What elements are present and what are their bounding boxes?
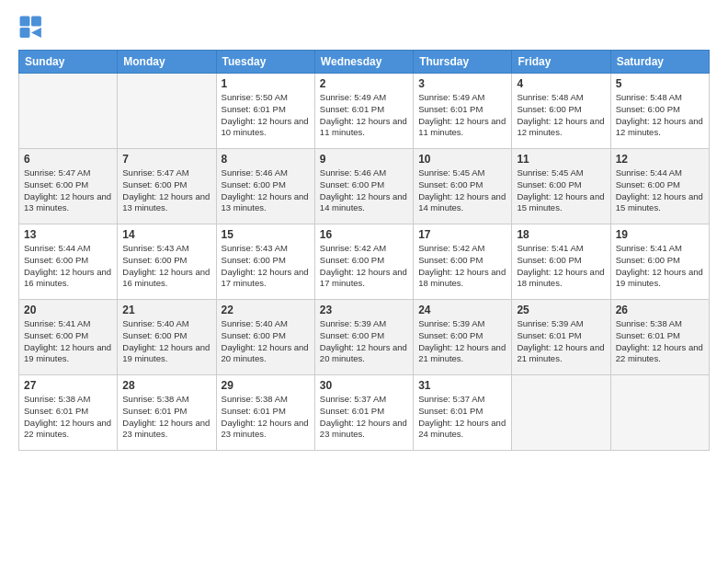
day-header-monday: Monday bbox=[118, 51, 216, 74]
calendar-cell: 25Sunrise: 5:39 AMSunset: 6:01 PMDayligh… bbox=[512, 300, 610, 375]
week-row-1: 1Sunrise: 5:50 AMSunset: 6:01 PMDaylight… bbox=[19, 74, 710, 149]
day-info: Sunrise: 5:39 AMSunset: 6:01 PMDaylight:… bbox=[517, 318, 605, 365]
calendar-cell: 1Sunrise: 5:50 AMSunset: 6:01 PMDaylight… bbox=[216, 74, 314, 149]
calendar-cell: 14Sunrise: 5:43 AMSunset: 6:00 PMDayligh… bbox=[118, 224, 216, 300]
header bbox=[18, 15, 710, 40]
day-info: Sunrise: 5:47 AMSunset: 6:00 PMDaylight:… bbox=[122, 167, 210, 214]
day-info: Sunrise: 5:50 AMSunset: 6:01 PMDaylight:… bbox=[222, 92, 310, 139]
day-info: Sunrise: 5:45 AMSunset: 6:00 PMDaylight:… bbox=[517, 167, 605, 214]
calendar-cell: 5Sunrise: 5:48 AMSunset: 6:00 PMDaylight… bbox=[610, 74, 709, 149]
day-info: Sunrise: 5:48 AMSunset: 6:00 PMDaylight:… bbox=[517, 92, 605, 139]
calendar-cell: 10Sunrise: 5:45 AMSunset: 6:00 PMDayligh… bbox=[414, 149, 512, 224]
day-info: Sunrise: 5:47 AMSunset: 6:00 PMDaylight:… bbox=[24, 167, 112, 214]
calendar-cell bbox=[610, 375, 709, 451]
day-header-tuesday: Tuesday bbox=[216, 51, 314, 74]
day-info: Sunrise: 5:37 AMSunset: 6:01 PMDaylight:… bbox=[320, 394, 408, 441]
day-number: 13 bbox=[24, 228, 112, 241]
calendar-cell: 20Sunrise: 5:41 AMSunset: 6:00 PMDayligh… bbox=[19, 300, 118, 375]
day-number: 7 bbox=[122, 153, 210, 166]
calendar-cell: 26Sunrise: 5:38 AMSunset: 6:01 PMDayligh… bbox=[610, 300, 709, 375]
day-number: 14 bbox=[122, 228, 210, 241]
calendar-cell: 22Sunrise: 5:40 AMSunset: 6:00 PMDayligh… bbox=[216, 300, 314, 375]
calendar-cell: 3Sunrise: 5:49 AMSunset: 6:01 PMDaylight… bbox=[414, 74, 512, 149]
day-header-saturday: Saturday bbox=[610, 51, 709, 74]
day-number: 20 bbox=[24, 304, 112, 316]
calendar-cell: 27Sunrise: 5:38 AMSunset: 6:01 PMDayligh… bbox=[19, 375, 118, 451]
day-header-thursday: Thursday bbox=[414, 51, 512, 74]
calendar-body: 1Sunrise: 5:50 AMSunset: 6:01 PMDaylight… bbox=[19, 74, 710, 451]
calendar-cell: 15Sunrise: 5:43 AMSunset: 6:00 PMDayligh… bbox=[216, 224, 314, 300]
calendar-header: SundayMondayTuesdayWednesdayThursdayFrid… bbox=[19, 51, 710, 74]
calendar-cell: 23Sunrise: 5:39 AMSunset: 6:00 PMDayligh… bbox=[314, 300, 413, 375]
day-info: Sunrise: 5:43 AMSunset: 6:00 PMDaylight:… bbox=[122, 243, 210, 290]
day-number: 16 bbox=[320, 228, 408, 241]
calendar-cell: 9Sunrise: 5:46 AMSunset: 6:00 PMDaylight… bbox=[314, 149, 413, 224]
day-info: Sunrise: 5:38 AMSunset: 6:01 PMDaylight:… bbox=[24, 394, 112, 441]
day-number: 30 bbox=[320, 379, 408, 392]
day-number: 8 bbox=[222, 153, 310, 166]
day-info: Sunrise: 5:38 AMSunset: 6:01 PMDaylight:… bbox=[616, 318, 704, 365]
day-number: 28 bbox=[122, 379, 210, 392]
day-info: Sunrise: 5:49 AMSunset: 6:01 PMDaylight:… bbox=[418, 92, 506, 139]
calendar-cell: 11Sunrise: 5:45 AMSunset: 6:00 PMDayligh… bbox=[512, 149, 610, 224]
calendar-cell: 19Sunrise: 5:41 AMSunset: 6:00 PMDayligh… bbox=[610, 224, 709, 300]
day-number: 2 bbox=[320, 77, 408, 90]
day-info: Sunrise: 5:44 AMSunset: 6:00 PMDaylight:… bbox=[616, 167, 704, 214]
day-info: Sunrise: 5:41 AMSunset: 6:00 PMDaylight:… bbox=[616, 243, 704, 290]
calendar-cell: 30Sunrise: 5:37 AMSunset: 6:01 PMDayligh… bbox=[314, 375, 413, 451]
day-info: Sunrise: 5:39 AMSunset: 6:00 PMDaylight:… bbox=[320, 318, 408, 365]
day-number: 22 bbox=[222, 304, 310, 316]
logo bbox=[18, 15, 48, 40]
calendar-cell: 18Sunrise: 5:41 AMSunset: 6:00 PMDayligh… bbox=[512, 224, 610, 300]
day-number: 29 bbox=[222, 379, 310, 392]
calendar-cell bbox=[19, 74, 118, 149]
calendar-cell: 17Sunrise: 5:42 AMSunset: 6:00 PMDayligh… bbox=[414, 224, 512, 300]
calendar-cell: 21Sunrise: 5:40 AMSunset: 6:00 PMDayligh… bbox=[118, 300, 216, 375]
day-number: 12 bbox=[616, 153, 704, 166]
calendar: SundayMondayTuesdayWednesdayThursdayFrid… bbox=[18, 50, 710, 451]
day-info: Sunrise: 5:46 AMSunset: 6:00 PMDaylight:… bbox=[222, 167, 310, 214]
day-number: 15 bbox=[222, 228, 310, 241]
week-row-5: 27Sunrise: 5:38 AMSunset: 6:01 PMDayligh… bbox=[19, 375, 710, 451]
day-info: Sunrise: 5:42 AMSunset: 6:00 PMDaylight:… bbox=[418, 243, 506, 290]
calendar-cell: 4Sunrise: 5:48 AMSunset: 6:00 PMDaylight… bbox=[512, 74, 610, 149]
day-info: Sunrise: 5:41 AMSunset: 6:00 PMDaylight:… bbox=[517, 243, 605, 290]
svg-rect-1 bbox=[31, 17, 41, 27]
day-info: Sunrise: 5:46 AMSunset: 6:00 PMDaylight:… bbox=[320, 167, 408, 214]
day-number: 23 bbox=[320, 304, 408, 316]
day-info: Sunrise: 5:44 AMSunset: 6:00 PMDaylight:… bbox=[24, 243, 112, 290]
day-number: 31 bbox=[418, 379, 506, 392]
calendar-cell: 16Sunrise: 5:42 AMSunset: 6:00 PMDayligh… bbox=[314, 224, 413, 300]
day-number: 9 bbox=[320, 153, 408, 166]
day-number: 4 bbox=[517, 77, 605, 90]
day-info: Sunrise: 5:40 AMSunset: 6:00 PMDaylight:… bbox=[222, 318, 310, 365]
logo-icon bbox=[18, 15, 44, 40]
day-info: Sunrise: 5:38 AMSunset: 6:01 PMDaylight:… bbox=[222, 394, 310, 441]
day-number: 6 bbox=[24, 153, 112, 166]
calendar-cell: 13Sunrise: 5:44 AMSunset: 6:00 PMDayligh… bbox=[19, 224, 118, 300]
days-header-row: SundayMondayTuesdayWednesdayThursdayFrid… bbox=[19, 51, 710, 74]
day-header-wednesday: Wednesday bbox=[314, 51, 413, 74]
day-number: 3 bbox=[418, 77, 506, 90]
calendar-cell bbox=[512, 375, 610, 451]
day-info: Sunrise: 5:48 AMSunset: 6:00 PMDaylight:… bbox=[616, 92, 704, 139]
day-info: Sunrise: 5:39 AMSunset: 6:00 PMDaylight:… bbox=[418, 318, 506, 365]
day-info: Sunrise: 5:43 AMSunset: 6:00 PMDaylight:… bbox=[222, 243, 310, 290]
svg-rect-0 bbox=[20, 17, 30, 27]
calendar-cell: 24Sunrise: 5:39 AMSunset: 6:00 PMDayligh… bbox=[414, 300, 512, 375]
day-info: Sunrise: 5:38 AMSunset: 6:01 PMDaylight:… bbox=[122, 394, 210, 441]
calendar-cell: 28Sunrise: 5:38 AMSunset: 6:01 PMDayligh… bbox=[118, 375, 216, 451]
calendar-cell: 29Sunrise: 5:38 AMSunset: 6:01 PMDayligh… bbox=[216, 375, 314, 451]
calendar-cell: 8Sunrise: 5:46 AMSunset: 6:00 PMDaylight… bbox=[216, 149, 314, 224]
day-number: 5 bbox=[616, 77, 704, 90]
day-info: Sunrise: 5:41 AMSunset: 6:00 PMDaylight:… bbox=[24, 318, 112, 365]
day-info: Sunrise: 5:49 AMSunset: 6:01 PMDaylight:… bbox=[320, 92, 408, 139]
day-number: 21 bbox=[122, 304, 210, 316]
day-header-friday: Friday bbox=[512, 51, 610, 74]
week-row-3: 13Sunrise: 5:44 AMSunset: 6:00 PMDayligh… bbox=[19, 224, 710, 300]
day-number: 26 bbox=[616, 304, 704, 316]
day-number: 1 bbox=[222, 77, 310, 90]
calendar-cell: 2Sunrise: 5:49 AMSunset: 6:01 PMDaylight… bbox=[314, 74, 413, 149]
day-info: Sunrise: 5:40 AMSunset: 6:00 PMDaylight:… bbox=[122, 318, 210, 365]
day-header-sunday: Sunday bbox=[19, 51, 118, 74]
